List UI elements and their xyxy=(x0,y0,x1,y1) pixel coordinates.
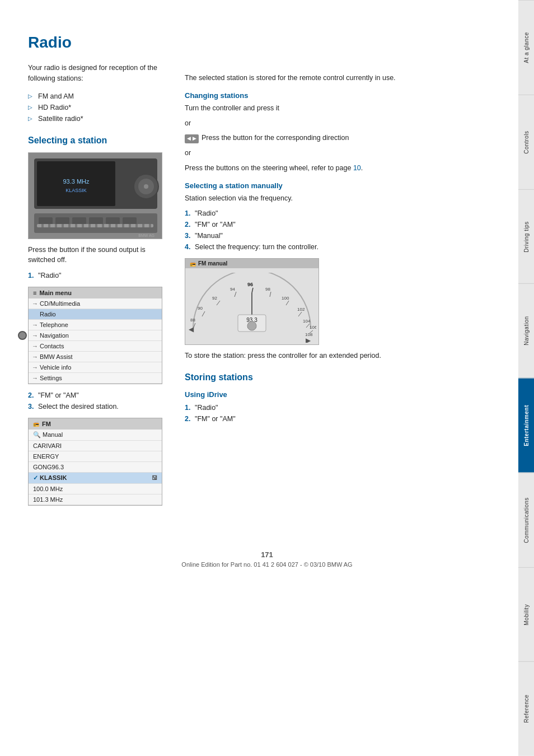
idrive-step-1: 1. "Radio" xyxy=(185,402,500,413)
svg-text:BMW AG: BMW AG xyxy=(138,234,154,237)
step-3-select: 3. Select the desired station. xyxy=(28,401,165,412)
menu-item-cd: CD/Multimedia xyxy=(29,298,162,309)
main-content: Radio Your radio is designed for recepti… xyxy=(0,0,517,534)
svg-text:102: 102 xyxy=(297,307,305,312)
store-controller-text: To store the station: press the controll… xyxy=(185,351,500,361)
manual-step-2: 2. "FM" or "AM" xyxy=(185,219,500,230)
list-item-hd-radio: HD Radio* xyxy=(28,102,165,113)
svg-line-26 xyxy=(270,292,271,297)
svg-point-14 xyxy=(144,184,148,189)
changing-stations-heading: Changing stations xyxy=(185,91,500,100)
svg-text:◀: ◀ xyxy=(189,325,194,333)
sidebar-item-controls[interactable]: Controls xyxy=(518,95,534,189)
manual-step-1: 1. "Radio" xyxy=(185,208,500,219)
svg-text:96: 96 xyxy=(247,282,253,287)
step-1-radio: 1. "Radio" xyxy=(28,270,165,281)
sidebar-item-mobility[interactable]: Mobility xyxy=(518,567,534,662)
page-title: Radio xyxy=(28,34,165,52)
svg-rect-7 xyxy=(55,217,69,227)
fm-item-100mhz: 100.0 MHz xyxy=(29,484,162,494)
store-icon: 🖫 xyxy=(152,475,157,481)
main-menu-screenshot-wrapper: ≡ Main menu CD/Multimedia Radio Telephon… xyxy=(28,287,165,384)
left-column: Radio Your radio is designed for recepti… xyxy=(28,22,176,511)
svg-rect-8 xyxy=(72,217,86,227)
svg-text:106: 106 xyxy=(310,325,316,330)
svg-line-20 xyxy=(217,301,220,305)
radio-unit-image: 93.3 MHz KLASSIK BMW AG xyxy=(28,152,162,239)
step-list-select-station: 1. "Radio" xyxy=(28,270,165,281)
svg-rect-9 xyxy=(89,217,103,227)
menu-item-vehicle-info: Vehicle info xyxy=(29,362,162,373)
svg-rect-11 xyxy=(123,217,137,227)
svg-text:100: 100 xyxy=(282,296,289,301)
fm-station-list-screenshot: 📻 FM 🔍 Manual CARIVARI ENERGY GONG96.3 ✓… xyxy=(28,418,162,506)
list-item-fm-am: FM and AM xyxy=(28,91,165,102)
station-types-list: FM and AM HD Radio* Satellite radio* xyxy=(28,91,165,124)
sidebar-item-communications[interactable]: Communications xyxy=(518,473,534,567)
idrive-steps-list: 1. "Radio" 2. "FM" or "AM" xyxy=(185,402,500,424)
page-10-link[interactable]: 10 xyxy=(353,164,361,172)
page-number: 171 xyxy=(0,550,534,559)
svg-text:▶: ▶ xyxy=(306,337,311,343)
fm-station-items: 🔍 Manual CARIVARI ENERGY GONG96.3 ✓ KLAS… xyxy=(29,430,162,505)
sidebar-item-entertainment[interactable]: Entertainment xyxy=(518,378,534,473)
fm-dial-svg: 88 90 92 94 96 98 100 xyxy=(188,273,316,343)
changing-or1: or xyxy=(185,118,500,129)
controller-knob xyxy=(18,331,27,340)
changing-or2: or xyxy=(185,148,500,158)
sidebar-item-driving-tips[interactable]: Driving tips xyxy=(518,189,534,284)
sidebar-item-reference[interactable]: Reference xyxy=(518,661,534,756)
nav-arrows-icon: ◀ ▶ xyxy=(185,134,199,143)
svg-text:98: 98 xyxy=(265,287,270,292)
footer: 171 Online Edition for Part no. 01 41 2 … xyxy=(0,550,534,579)
using-idrive-heading: Using iDrive xyxy=(185,390,500,399)
fm-manual-dial-image: 📻 FM manual 88 90 92 94 xyxy=(185,258,319,345)
svg-rect-6 xyxy=(39,217,53,227)
main-menu-screenshot: ≡ Main menu CD/Multimedia Radio Telephon… xyxy=(28,287,162,384)
menu-items-list: CD/Multimedia Radio Telephone Navigation… xyxy=(29,298,162,384)
sidebar-item-navigation[interactable]: Navigation xyxy=(518,283,534,378)
menu-item-navigation: Navigation xyxy=(29,330,162,341)
side-tabs: At a glance Controls Driving tips Naviga… xyxy=(518,0,534,756)
storing-stations-heading: Storing stations xyxy=(185,372,500,382)
manually-intro: Station selection via the frequency. xyxy=(185,193,500,204)
menu-title: ≡ Main menu xyxy=(29,287,162,298)
selecting-station-heading: Selecting a station xyxy=(28,136,165,146)
idrive-step-2: 2. "FM" or "AM" xyxy=(185,413,500,424)
fm-item-energy: ENERGY xyxy=(29,451,162,462)
menu-item-bmw-assist: BMW Assist xyxy=(29,352,162,362)
svg-line-24 xyxy=(252,288,253,293)
svg-text:KLASSIK: KLASSIK xyxy=(65,188,87,193)
menu-icon: ≡ xyxy=(33,290,36,296)
step-list-select-station-2: 2. "FM" or "AM" 3. Select the desired st… xyxy=(28,390,165,412)
changing-text1: Turn the controller and press it xyxy=(185,103,500,114)
svg-text:94: 94 xyxy=(230,287,235,292)
sidebar-item-at-a-glance[interactable]: At a glance xyxy=(518,0,534,95)
right-column: The selected station is stored for the r… xyxy=(176,22,500,511)
svg-text:104: 104 xyxy=(303,319,311,324)
store-text: The selected station is stored for the r… xyxy=(185,73,500,83)
fm-item-1013mhz: 101.3 MHz xyxy=(29,494,162,505)
selecting-manually-heading: Selecting a station manually xyxy=(185,181,500,190)
fm-item-gong963: GONG96.3 xyxy=(29,462,162,473)
fm-item-klassik: ✓ KLASSIK 🖫 xyxy=(29,473,162,484)
changing-nav-text: ◀ ▶ Press the button for the correspondi… xyxy=(185,133,500,143)
manually-steps-list: 1. "Radio" 2. "FM" or "AM" 3. "Manual" 4… xyxy=(185,208,500,253)
manual-step-4: 4. Select the frequency: turn the contro… xyxy=(185,241,500,253)
svg-text:90: 90 xyxy=(198,306,203,311)
svg-text:92: 92 xyxy=(212,296,217,301)
menu-item-contacts: Contacts xyxy=(29,341,162,352)
svg-line-18 xyxy=(202,311,205,316)
svg-line-22 xyxy=(235,292,236,297)
svg-text:88: 88 xyxy=(190,318,195,323)
footer-text: Online Edition for Part no. 01 41 2 604 … xyxy=(0,561,534,568)
manual-step-3: 3. "Manual" xyxy=(185,230,500,241)
svg-rect-10 xyxy=(106,217,120,227)
menu-item-settings: Settings xyxy=(29,373,162,384)
svg-text:93.3 MHz: 93.3 MHz xyxy=(63,178,90,185)
list-item-satellite: Satellite radio* xyxy=(28,113,165,124)
intro-text: Your radio is designed for reception of … xyxy=(28,63,165,84)
svg-point-41 xyxy=(247,321,256,330)
fm-manual-title-bar: 📻 FM manual xyxy=(185,259,318,268)
fm-item-carivari: CARIVARI xyxy=(29,441,162,451)
